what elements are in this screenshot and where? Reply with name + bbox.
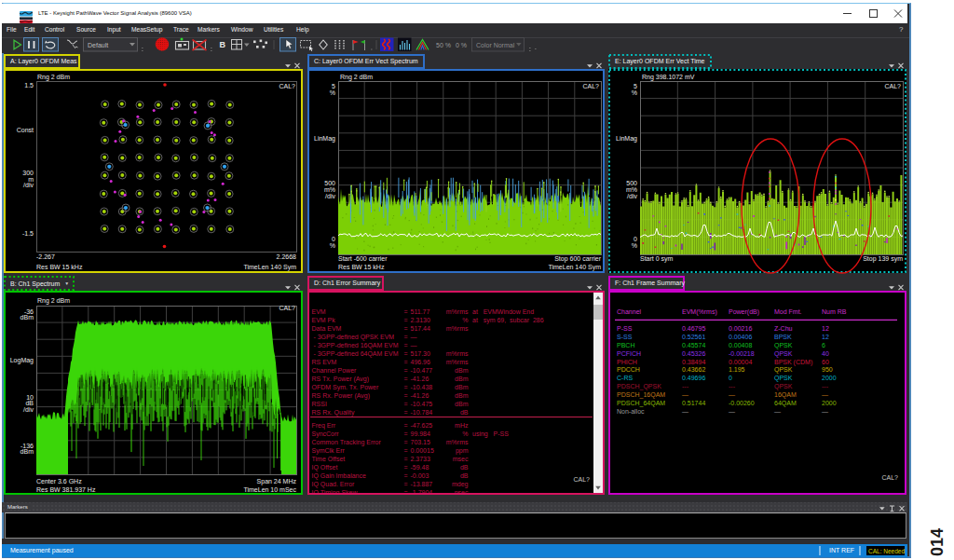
svg-text:/div: /div [325, 193, 335, 199]
svg-text:dB: dB [460, 472, 469, 479]
svg-text:Common Tracking Error: Common Tracking Error [312, 439, 382, 446]
svg-text:TimeLen 140 Sym: TimeLen 140 Sym [548, 264, 601, 271]
svg-text:Stop 600 carrier: Stop 600 carrier [554, 255, 601, 263]
svg-text:msec: msec [453, 456, 469, 462]
svg-text:0: 0 [729, 375, 732, 381]
svg-text:SyncCorr: SyncCorr [312, 430, 340, 438]
svg-text:Stop 139 sym: Stop 139 sym [863, 255, 903, 263]
svg-text:CAL?: CAL? [582, 83, 599, 89]
svg-text:/div: /div [23, 406, 34, 413]
svg-text:at sym 69, subcar 286: at sym 69, subcar 286 [472, 317, 544, 324]
svg-text:%: % [330, 242, 335, 249]
svg-text:0.38494: 0.38494 [682, 359, 705, 365]
svg-text:PDSCH_16QAM: PDSCH_16QAM [617, 391, 665, 399]
svg-text:2.2668: 2.2668 [277, 253, 297, 260]
svg-text:=: = [404, 317, 408, 323]
svg-text:EVM Pk: EVM Pk [312, 317, 336, 323]
svg-text:=: = [404, 334, 408, 340]
svg-text:Res BW 381.937 Hz: Res BW 381.937 Hz [36, 486, 96, 493]
svg-text:0.00406: 0.00406 [729, 334, 752, 340]
svg-text:=: = [404, 401, 408, 407]
svg-text:=: = [404, 325, 408, 332]
svg-text:—: — [411, 342, 417, 348]
svg-text:0.00408: 0.00408 [729, 342, 752, 348]
svg-text:RS Tx. Power (Avg): RS Tx. Power (Avg) [312, 376, 370, 383]
svg-text:PBCH: PBCH [617, 342, 634, 348]
svg-text:m%rms: m%rms [446, 308, 469, 315]
svg-text:dBm: dBm [455, 367, 469, 374]
svg-text:TimeLen 140 Sym: TimeLen 140 Sym [243, 264, 296, 271]
svg-text:Z-Chu: Z-Chu [774, 325, 793, 332]
svg-text:C-RS: C-RS [617, 375, 633, 381]
svg-text:Start 0 sym: Start 0 sym [640, 255, 674, 263]
svg-text:517.44: 517.44 [411, 325, 431, 332]
svg-text:=: = [404, 489, 408, 493]
svg-text:0.46795: 0.46795 [682, 325, 705, 332]
svg-text:=: = [404, 409, 408, 416]
svg-text:Span 24 MHz: Span 24 MHz [257, 478, 297, 485]
svg-text:1.5: 1.5 [24, 82, 34, 89]
svg-text:=: = [404, 456, 408, 462]
svg-text:P-SS: P-SS [617, 325, 633, 332]
svg-text:RS EVM: RS EVM [312, 359, 337, 365]
svg-text:LinMag: LinMag [314, 135, 335, 143]
svg-text:2.3733: 2.3733 [411, 456, 431, 462]
svg-text:m%rms: m%rms [446, 325, 469, 332]
svg-text:---: --- [822, 383, 829, 389]
svg-text:---: --- [682, 383, 689, 389]
svg-text:LinMag: LinMag [616, 135, 637, 143]
svg-text:nsec: nsec [455, 489, 469, 493]
svg-text:Non-alloc: Non-alloc [617, 408, 645, 415]
svg-text:m%rms: m%rms [446, 359, 469, 365]
svg-text:=: = [404, 342, 408, 348]
svg-text:/div: /div [627, 193, 637, 199]
svg-text:Data EVM: Data EVM [312, 325, 342, 332]
svg-text:dB: dB [460, 409, 469, 416]
svg-text:-41.26: -41.26 [411, 392, 429, 399]
svg-text:using P-SS: using P-SS [472, 430, 509, 438]
svg-text:0.45326: 0.45326 [682, 350, 705, 357]
svg-text:=: = [404, 359, 408, 365]
svg-text:EVM(%rms): EVM(%rms) [682, 308, 717, 316]
svg-text:6: 6 [822, 342, 825, 348]
svg-text:CAL?: CAL? [573, 476, 590, 483]
svg-text:-0.003: -0.003 [411, 472, 429, 479]
svg-text:=: = [404, 464, 408, 471]
svg-text:QPSK: QPSK [774, 366, 793, 374]
svg-text:Res BW 15 kHz: Res BW 15 kHz [36, 264, 83, 270]
svg-text:m%rms: m%rms [446, 350, 469, 357]
svg-text:=: = [404, 481, 408, 487]
svg-text:QPSK: QPSK [774, 350, 793, 358]
svg-text:=: = [404, 350, 408, 357]
svg-text:Time Offset: Time Offset [312, 456, 346, 462]
svg-text:m%: m% [324, 186, 335, 193]
svg-text:-13.887: -13.887 [411, 481, 433, 487]
svg-text:IQ Offset: IQ Offset [312, 464, 338, 471]
svg-text:PHICH: PHICH [617, 359, 637, 365]
svg-text:Res BW 15 kHz: Res BW 15 kHz [338, 264, 385, 270]
svg-text:—: — [729, 408, 735, 415]
svg-text:- 3GPP-defined 16QAM EVM: - 3GPP-defined 16QAM EVM [312, 342, 399, 349]
svg-text:dBm: dBm [455, 392, 469, 399]
svg-text:511.77: 511.77 [411, 308, 430, 315]
svg-text:EVM: EVM [312, 308, 326, 315]
svg-text:5: 5 [332, 83, 335, 89]
svg-text:---: --- [729, 383, 736, 389]
svg-text:0 %: 0 % [456, 42, 467, 48]
svg-text:=: = [404, 472, 408, 479]
svg-text:5: 5 [634, 83, 637, 89]
svg-text:0.51744: 0.51744 [682, 400, 705, 406]
svg-text:—: — [774, 408, 781, 415]
svg-text:%: % [632, 242, 637, 249]
svg-text:16QAM: 16QAM [774, 391, 797, 399]
svg-text:PDCCH: PDCCH [617, 366, 640, 373]
svg-text:Center 3.6 GHz: Center 3.6 GHz [36, 478, 82, 485]
svg-text:RS Rx. Quality: RS Rx. Quality [312, 409, 355, 417]
svg-text:CAL?: CAL? [881, 474, 898, 481]
svg-text:=: = [404, 376, 408, 382]
svg-text:B: B [220, 40, 226, 49]
svg-text:dBm: dBm [20, 448, 34, 455]
svg-text:-1.7904: -1.7904 [411, 489, 433, 493]
svg-text:-1.5: -1.5 [22, 230, 34, 237]
svg-text:%: % [330, 89, 335, 96]
